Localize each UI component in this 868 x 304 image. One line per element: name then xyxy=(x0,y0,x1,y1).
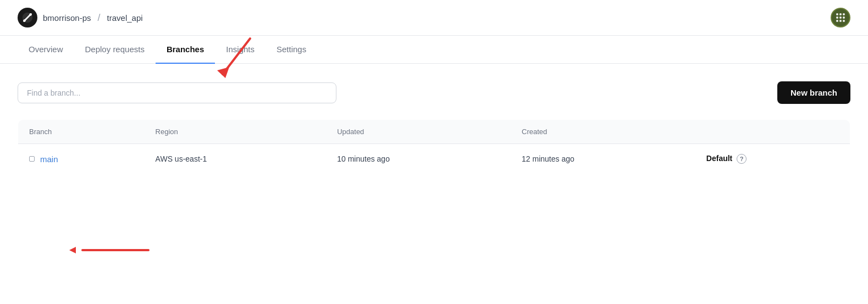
col-updated: Updated xyxy=(326,120,511,144)
annotation-arrow-main xyxy=(66,239,154,261)
table-header-row: Branch Region Updated Created xyxy=(18,120,850,144)
svg-point-8 xyxy=(843,16,845,19)
col-actions xyxy=(695,120,850,144)
tab-insights[interactable]: Insights xyxy=(215,36,266,64)
svg-point-5 xyxy=(843,13,845,15)
new-branch-button[interactable]: New branch xyxy=(777,81,850,104)
svg-point-2 xyxy=(29,13,32,16)
help-icon[interactable]: ? xyxy=(737,154,747,164)
svg-point-4 xyxy=(839,13,842,15)
col-branch: Branch xyxy=(18,120,145,144)
branch-created: 12 minutes ago xyxy=(511,144,695,174)
breadcrumb-separator: / xyxy=(97,12,102,24)
table-row: main AWS us-east-1 10 minutes ago 12 min… xyxy=(18,144,850,174)
svg-point-1 xyxy=(23,19,26,22)
svg-point-10 xyxy=(839,20,842,22)
svg-point-11 xyxy=(843,20,845,22)
org-logo[interactable] xyxy=(18,8,37,27)
tab-overview[interactable]: Overview xyxy=(18,36,74,64)
default-badge: Default xyxy=(706,154,732,163)
main-content: New branch Branch Region Updated Created xyxy=(0,64,868,187)
branch-indicator xyxy=(29,156,35,162)
breadcrumb: bmorrison-ps / travel_api xyxy=(18,8,143,27)
svg-marker-13 xyxy=(69,247,76,253)
nav-tabs: Overview Deploy requests Branches Insigh… xyxy=(0,36,868,64)
branch-updated: 10 minutes ago xyxy=(326,144,511,174)
tab-settings[interactable]: Settings xyxy=(266,36,317,64)
tab-branches[interactable]: Branches xyxy=(156,36,215,64)
branch-region: AWS us-east-1 xyxy=(145,144,327,174)
search-input[interactable] xyxy=(18,82,336,103)
repo-name[interactable]: travel_api xyxy=(107,13,143,23)
svg-point-3 xyxy=(836,13,838,15)
top-bar: bmorrison-ps / travel_api xyxy=(0,0,868,36)
avatar[interactable] xyxy=(831,8,850,27)
branches-table: Branch Region Updated Created main AWS u xyxy=(18,119,850,174)
branch-badge-cell: Default ? xyxy=(695,144,850,174)
org-name[interactable]: bmorrison-ps xyxy=(43,13,91,23)
search-input-wrap xyxy=(18,82,336,103)
tab-deploy-requests[interactable]: Deploy requests xyxy=(74,36,156,64)
col-region: Region xyxy=(145,120,327,144)
svg-point-7 xyxy=(839,16,842,19)
search-action-row: New branch xyxy=(18,81,850,104)
branch-link[interactable]: main xyxy=(40,154,58,164)
col-created: Created xyxy=(511,120,695,144)
svg-point-6 xyxy=(836,16,838,19)
branch-name-cell: main xyxy=(18,144,145,174)
svg-point-9 xyxy=(836,20,838,22)
